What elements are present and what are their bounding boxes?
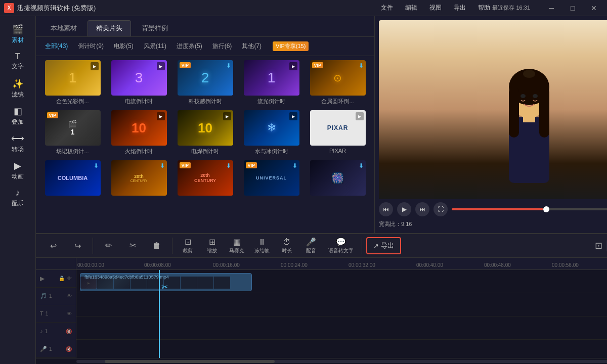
list-item[interactable]: COLUMBIA ⬇ [42, 160, 103, 198]
split-indicator: ✂ [161, 282, 168, 291]
track2-eye[interactable]: 👁 [67, 311, 72, 316]
list-item[interactable]: 10 ▶ 电焊倒计时 [175, 110, 236, 155]
list-item[interactable]: 10 ▶ 火焰倒计时 [108, 110, 169, 155]
sidebar-item-assets[interactable]: 🎬 素材 [0, 21, 35, 47]
filter-icon: ✨ [12, 78, 23, 89]
sidebar-assets-label: 素材 [12, 36, 24, 44]
titlebar: X 迅捷视频剪辑软件 (免费版) 文件 编辑 视图 导出 帮助 最近保存 16:… [0, 0, 607, 16]
list-item[interactable]: 3 ▶ 电流倒计时 [108, 60, 169, 105]
asset-label: 电流倒计时 [125, 98, 153, 105]
list-item[interactable]: 20th CENTURY ⬇ [108, 160, 169, 198]
asset-thumbnail: 🎬 1 VIP [45, 110, 101, 146]
crop-button[interactable]: ⊡ 裁剪 [177, 235, 199, 256]
tab-premium-titles[interactable]: 精美片头 [88, 20, 131, 36]
list-item[interactable]: 1 ▶ 金色光影倒... [42, 60, 103, 105]
mask-label: 马赛克 [229, 247, 244, 254]
redo-button[interactable]: ↪ [66, 239, 89, 253]
asset-thumbnail: 2 VIP ⬇ [178, 60, 233, 96]
delete-button[interactable]: 🗑 [146, 239, 168, 253]
track-lock-icon[interactable]: 🔒 [59, 276, 65, 281]
sidebar-item-overlay[interactable]: ◧ 叠加 [0, 103, 35, 128]
video-clip[interactable]: fbfe1634898a5d4ec7cbfb0a5110579.mp4 ▶ [80, 273, 252, 291]
filter-other[interactable]: 其他(7) [239, 41, 265, 52]
list-item[interactable]: ⊙ VIP ⬇ 金属圆环倒... [307, 60, 368, 105]
freeze-label: 冻结帧 [254, 247, 270, 254]
app-icon: X [4, 3, 14, 13]
filter-movie[interactable]: 电影(5) [111, 41, 137, 52]
freeze-button[interactable]: ⏸ 冻结帧 [250, 236, 274, 256]
filter-countdown[interactable]: 倒计时(9) [75, 41, 107, 52]
tab-local-assets[interactable]: 本地素材 [42, 20, 85, 36]
vip-tag: VIP [246, 162, 257, 168]
scroll-thumb[interactable] [105, 360, 275, 363]
asset-thumbnail: 20thCENTURY VIP ⬇ [178, 160, 233, 196]
play-button[interactable]: ▶ [397, 202, 411, 216]
tab-background-samples[interactable]: 背景样例 [133, 20, 177, 36]
fit-to-screen-button[interactable]: ⊡ [595, 240, 602, 251]
edit-button[interactable]: ✏ [97, 239, 119, 253]
list-item[interactable]: UNIVERSAL VIP ⬇ [241, 160, 302, 198]
ruler-spacer [36, 258, 76, 270]
sidebar-item-animation[interactable]: ▶ 动画 [0, 158, 35, 183]
vip-tag: VIP [312, 62, 324, 68]
menu-export[interactable]: 导出 [452, 3, 468, 13]
timeline: 00:00:00.00 00:00:08.00 00:00:16.00 00:0… [36, 258, 607, 364]
track-row-3 [76, 340, 607, 358]
menu-view[interactable]: 视图 [427, 3, 444, 13]
animation-icon: ▶ [14, 160, 21, 171]
rewind-button[interactable]: ⏮ [379, 202, 393, 216]
filter-travel[interactable]: 旅行(6) [209, 41, 235, 52]
undo-button[interactable]: ↩ [42, 239, 64, 253]
asset-thumbnail: 1 ▶ [45, 60, 101, 96]
list-item[interactable]: PIXAR ▶ PIXAR [307, 110, 368, 155]
duration-button[interactable]: ⏱ 时长 [276, 236, 298, 256]
scroll-track[interactable] [76, 360, 607, 363]
preview-video: 哈哈哈哈 抖音 [379, 20, 607, 199]
maximize-button[interactable]: □ [563, 2, 582, 14]
cut-button[interactable]: ✂ [121, 239, 144, 253]
asset-label: 水与冰倒计时 [255, 148, 288, 155]
sidebar-item-music[interactable]: ♪ 配乐 [0, 185, 35, 210]
sidebar-item-text[interactable]: T 文字 [0, 49, 35, 74]
ruler-label-48: 00:00:48.00 [484, 262, 511, 268]
list-item[interactable]: 2 VIP ⬇ 科技感倒计时 [175, 60, 236, 105]
sidebar-item-filter[interactable]: ✨ 滤镜 [0, 76, 35, 101]
forward-button[interactable]: ⏭ [415, 202, 429, 216]
clip-filename: fbfe1634898a5d4ec7cbfb0a5110579.mp4 [84, 275, 169, 280]
sidebar-item-transition[interactable]: ⟷ 转场 [0, 130, 35, 156]
list-item[interactable]: ❄ ▶ 水与冰倒计时 [241, 110, 302, 155]
filter-progress[interactable]: 进度条(5) [174, 41, 205, 52]
list-item[interactable]: 20thCENTURY VIP ⬇ [175, 160, 236, 198]
list-item[interactable]: 1 ▶ 流光倒计时 [241, 60, 302, 105]
speech-icon: 💬 [336, 237, 346, 247]
menu-edit[interactable]: 编辑 [403, 3, 419, 13]
export-button[interactable]: ↗ 导出 [366, 237, 401, 254]
mask-icon: ▦ [233, 237, 241, 247]
track1-eye[interactable]: 👁 [67, 293, 72, 299]
app-title: 迅捷视频剪辑软件 (免费版) [17, 4, 379, 13]
menu-help[interactable]: 帮助 [476, 3, 492, 13]
list-item[interactable]: 🎆 ⬇ [307, 160, 368, 198]
speech-to-text-button[interactable]: 💬 语音转文字 [324, 235, 358, 256]
preview-progress-bar[interactable] [452, 208, 607, 210]
playhead[interactable] [159, 270, 160, 358]
menu-file[interactable]: 文件 [379, 3, 395, 13]
timeline-scrollbar[interactable] [36, 358, 607, 364]
ruler-label-8: 00:00:08.00 [144, 262, 171, 268]
asset-thumbnail: 1 ▶ [244, 60, 299, 96]
close-button[interactable]: ✕ [585, 2, 603, 14]
track3-mute[interactable]: 🔇 [66, 329, 72, 334]
track-eye-icon[interactable]: 👁 [67, 276, 72, 281]
mask-button[interactable]: ▦ 马赛克 [225, 235, 248, 256]
separator2 [172, 238, 172, 254]
minimize-button[interactable]: ─ [542, 2, 560, 14]
track4-mute[interactable]: 🔇 [66, 346, 72, 352]
fullscreen-preview-button[interactable]: ⛶ [433, 202, 448, 216]
zoom-button[interactable]: ⊞ 缩放 [201, 235, 223, 256]
audio-button[interactable]: 🎤 配音 [300, 235, 322, 256]
list-item[interactable]: 🎬 1 VIP 场记板倒计... [42, 110, 103, 155]
filter-all[interactable]: 全部(43) [42, 41, 71, 52]
filter-scenery[interactable]: 风景(11) [141, 41, 169, 52]
progress-dot[interactable] [543, 206, 549, 212]
zoom-label: 缩放 [207, 247, 217, 254]
